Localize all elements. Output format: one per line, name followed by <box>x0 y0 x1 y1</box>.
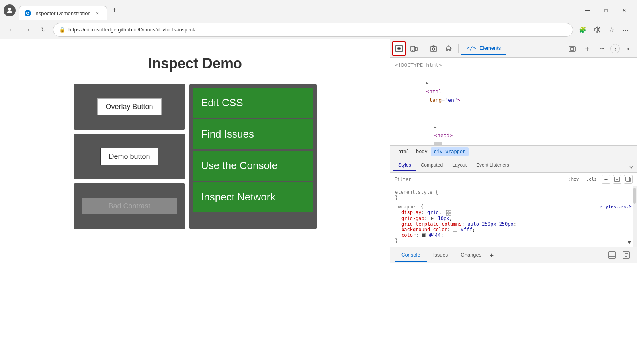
styles-tab[interactable]: Styles <box>393 160 416 171</box>
inspect-network-button[interactable]: Inspect Network <box>193 182 313 212</box>
elements-tab-label: Elements <box>479 45 501 51</box>
changes-tab[interactable]: Changes <box>454 249 488 262</box>
minimize-button[interactable]: — <box>578 4 597 17</box>
inspect-element-button[interactable] <box>392 41 406 56</box>
lock-icon: 🔒 <box>59 27 65 33</box>
demo-button[interactable]: Demo button <box>100 148 158 165</box>
title-bar: Inspector Demonstration ✕ + — □ ✕ <box>0 0 637 20</box>
grid-icon[interactable] <box>446 210 451 216</box>
svg-rect-17 <box>449 213 451 215</box>
bottom-dock-button[interactable] <box>606 249 617 261</box>
issues-tab[interactable]: Issues <box>427 249 455 262</box>
head-expand[interactable]: … <box>434 142 442 145</box>
source-link[interactable]: styles.css:9 <box>600 204 632 209</box>
svg-rect-18 <box>609 252 615 258</box>
tab-close-button[interactable]: ✕ <box>94 10 101 17</box>
dt-close-btn[interactable]: ✕ <box>621 41 635 56</box>
toggle-all-button[interactable] <box>613 175 621 184</box>
url-text: https://microsoftedge.github.io/Demos/de… <box>68 27 567 33</box>
grid-gap-triangle[interactable] <box>431 217 434 220</box>
layout-tab[interactable]: Layout <box>447 160 471 171</box>
wrapper-rule: .wrapper { styles.css:9 display: grid; <box>390 202 637 245</box>
copy-style-button[interactable] <box>624 175 633 184</box>
scroll-down-arrow[interactable]: ▼ <box>628 239 631 245</box>
dt-screenshot-btn[interactable] <box>565 41 579 56</box>
html-tree[interactable]: <!DOCTYPE html> ▶ <html lang="en"> ▶ <he… <box>390 58 637 145</box>
element-style-close: } <box>395 195 632 200</box>
screenshot-button[interactable] <box>426 41 441 56</box>
forward-button[interactable]: → <box>21 23 34 36</box>
tab-favicon <box>25 10 31 16</box>
css-rules: element.style { } .wrapper { styles.css:… <box>390 186 637 247</box>
bottom-settings-button[interactable] <box>621 249 632 261</box>
use-console-button[interactable]: Use the Console <box>193 151 313 181</box>
prop-display: display: grid; <box>401 210 632 216</box>
html-line-doctype: <!DOCTYPE html> <box>395 61 632 70</box>
main-content: Inspect Demo Overlay Button Demo button … <box>0 39 637 364</box>
html-line-head: ▶ <head> … </head> <box>395 114 632 145</box>
add-tab-button[interactable]: + <box>489 251 494 259</box>
dt-new-tab-btn[interactable]: + <box>580 41 594 56</box>
demo-card: Demo button <box>74 134 185 179</box>
overlay-button[interactable]: Overlay Button <box>97 98 161 115</box>
maximize-button[interactable]: □ <box>597 4 615 17</box>
cls-button[interactable]: .cls <box>584 175 600 183</box>
add-style-button[interactable]: + <box>602 175 610 184</box>
dt-help-btn[interactable]: ? <box>610 44 620 53</box>
favorites-icon[interactable]: ☆ <box>605 23 617 36</box>
read-aloud-icon[interactable] <box>590 23 603 36</box>
prop-color: color: #444; <box>401 232 632 238</box>
new-tab-button[interactable]: + <box>109 4 121 16</box>
hov-button[interactable]: :hov <box>566 175 582 183</box>
filter-input[interactable] <box>394 177 564 182</box>
profile-icon[interactable] <box>4 4 16 16</box>
svg-point-0 <box>8 8 11 11</box>
back-button[interactable]: ← <box>5 23 18 36</box>
breadcrumb-bar: html body div.wrapper <box>390 145 637 158</box>
elements-tab[interactable]: </> Elements <box>461 42 506 55</box>
breadcrumb-body[interactable]: body <box>413 147 431 156</box>
svg-rect-10 <box>571 48 574 50</box>
scrollbar-track[interactable] <box>633 186 637 247</box>
edit-css-button[interactable]: Edit CSS <box>193 88 313 118</box>
overlay-card: Overlay Button <box>74 84 185 130</box>
address-bar: ← → ↻ 🔒 https://microsoftedge.github.io/… <box>0 20 637 39</box>
computed-tab[interactable]: Computed <box>416 160 447 171</box>
more-icon[interactable]: ⋯ <box>619 23 632 36</box>
toolbar-icons: 🧩 ☆ ⋯ <box>576 23 632 36</box>
home-button[interactable] <box>442 41 456 56</box>
prop-grid-template: grid-template-columns: auto 250px 250px; <box>401 221 632 227</box>
device-emulation-button[interactable] <box>407 41 421 56</box>
svg-rect-16 <box>446 213 448 215</box>
element-style-selector: element.style { <box>395 189 632 195</box>
tab-title: Inspector Demonstration <box>34 10 91 16</box>
svg-rect-15 <box>449 210 451 212</box>
breadcrumb-html[interactable]: html <box>395 147 413 156</box>
color-swatch[interactable] <box>422 233 426 237</box>
svg-rect-6 <box>430 47 437 51</box>
devtools-toolbar: </> Elements + ⋯ ? ✕ <box>390 39 637 58</box>
event-listeners-tab[interactable]: Event Listeners <box>471 160 514 171</box>
styles-more-button[interactable]: ⌄ <box>629 161 633 169</box>
wrapper-rule-header: .wrapper { styles.css:9 <box>395 204 632 210</box>
dt-more-btn[interactable]: ⋯ <box>595 41 610 56</box>
svg-rect-9 <box>569 47 575 51</box>
close-button[interactable]: ✕ <box>615 4 633 17</box>
demo-grid: Overlay Button Demo button Bad Contrast … <box>74 84 317 229</box>
reload-button[interactable]: ↻ <box>37 23 50 36</box>
filter-bar: :hov .cls + <box>390 173 637 186</box>
url-bar[interactable]: 🔒 https://microsoftedge.github.io/Demos/… <box>53 23 573 37</box>
bad-contrast-button[interactable]: Bad Contrast <box>82 198 177 214</box>
browser-tab[interactable]: Inspector Demonstration ✕ <box>19 6 107 20</box>
breadcrumb-wrapper[interactable]: div.wrapper <box>431 147 469 156</box>
scrollbar-thumb[interactable] <box>633 188 636 204</box>
toolbar-separator-2 <box>458 44 459 53</box>
window-controls: — □ ✕ <box>578 4 633 17</box>
prop-grid-gap: grid-gap: 10px; <box>401 216 632 221</box>
extensions-icon[interactable]: 🧩 <box>576 23 589 36</box>
bg-color-swatch[interactable] <box>453 228 457 232</box>
console-tab[interactable]: Console <box>395 249 427 262</box>
tab-bar: Inspector Demonstration ✕ + <box>19 3 575 18</box>
find-issues-button[interactable]: Find Issues <box>193 119 313 149</box>
svg-point-7 <box>432 48 435 50</box>
